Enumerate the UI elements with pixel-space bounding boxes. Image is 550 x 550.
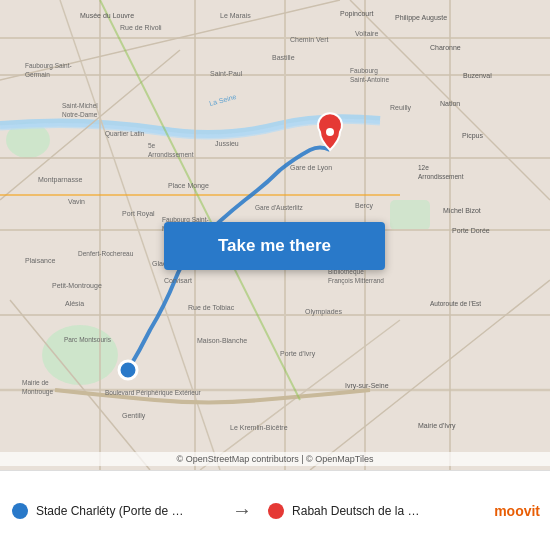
svg-text:Rue de Tolbiac: Rue de Tolbiac	[188, 304, 235, 311]
svg-text:Nation: Nation	[440, 100, 460, 107]
arrow-icon: →	[228, 499, 256, 522]
svg-text:Charonne: Charonne	[430, 44, 461, 51]
svg-text:Saint-Paul: Saint-Paul	[210, 70, 243, 77]
svg-text:12e: 12e	[418, 164, 429, 171]
svg-text:Mairie d'Ivry: Mairie d'Ivry	[418, 422, 456, 430]
svg-text:Alésia: Alésia	[65, 300, 84, 307]
svg-point-1	[42, 325, 118, 385]
svg-point-85	[326, 128, 334, 136]
svg-text:Parc Montsouris: Parc Montsouris	[64, 336, 112, 343]
svg-text:Port Royal: Port Royal	[122, 210, 155, 218]
svg-text:Boulevard Périphérique Extérie: Boulevard Périphérique Extérieur	[105, 389, 202, 397]
svg-text:Musée du Louvre: Musée du Louvre	[80, 12, 134, 19]
svg-text:Saint-Michel: Saint-Michel	[62, 102, 98, 109]
svg-text:Mairie de: Mairie de	[22, 379, 49, 386]
svg-rect-3	[390, 200, 430, 230]
svg-text:Maison-Blanche: Maison-Blanche	[197, 337, 247, 344]
svg-text:Montparnasse: Montparnasse	[38, 176, 82, 184]
svg-text:Picpus: Picpus	[462, 132, 484, 140]
svg-text:Faubourg: Faubourg	[350, 67, 378, 75]
svg-text:Vavin: Vavin	[68, 198, 85, 205]
svg-text:Denfert-Rochereau: Denfert-Rochereau	[78, 250, 134, 257]
svg-text:Germain: Germain	[25, 71, 50, 78]
svg-text:Le Marais: Le Marais	[220, 12, 251, 19]
svg-point-84	[119, 361, 137, 379]
svg-text:Gare d'Austerlitz: Gare d'Austerlitz	[255, 204, 304, 211]
svg-text:Chemin Vert: Chemin Vert	[290, 36, 329, 43]
svg-text:Jussieu: Jussieu	[215, 140, 239, 147]
svg-text:Quartier Latin: Quartier Latin	[105, 130, 145, 138]
svg-text:Arrondissement: Arrondissement	[418, 173, 464, 180]
map-credits: © OpenStreetMap contributors | © OpenMap…	[0, 452, 550, 466]
svg-text:Notre-Dame: Notre-Dame	[62, 111, 98, 118]
svg-text:Petit-Montrouge: Petit-Montrouge	[52, 282, 102, 290]
svg-text:Place Monge: Place Monge	[168, 182, 209, 190]
svg-text:Ivry-sur-Seine: Ivry-sur-Seine	[345, 382, 389, 390]
svg-text:Popincourt: Popincourt	[340, 10, 374, 18]
svg-text:Gare de Lyon: Gare de Lyon	[290, 164, 332, 172]
svg-text:Rue de Rivoli: Rue de Rivoli	[120, 24, 162, 31]
svg-text:Corvisart: Corvisart	[164, 277, 192, 284]
dest-station: Rabah Deutsch de la …	[256, 503, 484, 519]
svg-text:Saint-Antoine: Saint-Antoine	[350, 76, 389, 83]
svg-text:Voltaire: Voltaire	[355, 30, 378, 37]
svg-text:Michel Bizot: Michel Bizot	[443, 207, 481, 214]
svg-text:5e: 5e	[148, 142, 156, 149]
svg-text:Autoroute de l'Est: Autoroute de l'Est	[430, 300, 481, 307]
svg-text:Bastille: Bastille	[272, 54, 295, 61]
svg-text:Faubourg Saint-: Faubourg Saint-	[25, 62, 72, 70]
svg-text:Porte d'Ivry: Porte d'Ivry	[280, 350, 316, 358]
map-container: Rue de Rivoli Le Marais Popincourt Faubo…	[0, 0, 550, 470]
svg-text:Montrouge: Montrouge	[22, 388, 53, 396]
svg-text:Gentilly: Gentilly	[122, 412, 146, 420]
svg-text:Bercy: Bercy	[355, 202, 373, 210]
dest-station-name: Rabah Deutsch de la …	[292, 504, 419, 518]
svg-text:Plaisance: Plaisance	[25, 257, 55, 264]
svg-text:Le Kremlin-Bicêtre: Le Kremlin-Bicêtre	[230, 424, 288, 431]
svg-text:François Mitterrand: François Mitterrand	[328, 277, 384, 285]
svg-text:Buzenval: Buzenval	[463, 72, 492, 79]
dest-icon	[268, 503, 284, 519]
moovit-brand: moovit	[494, 503, 540, 519]
svg-text:Porte Dorée: Porte Dorée	[452, 227, 490, 234]
svg-text:Reuilly: Reuilly	[390, 104, 412, 112]
origin-station-name: Stade Charléty (Porte de …	[36, 504, 183, 518]
svg-text:Philippe Auguste: Philippe Auguste	[395, 14, 447, 22]
take-me-there-button[interactable]: Take me there	[164, 222, 385, 270]
svg-text:Olympiades: Olympiades	[305, 308, 342, 316]
svg-text:Arrondissement: Arrondissement	[148, 151, 194, 158]
origin-station: Stade Charléty (Porte de …	[0, 503, 228, 519]
bottom-bar: Stade Charléty (Porte de … → Rabah Deuts…	[0, 470, 550, 550]
origin-icon	[12, 503, 28, 519]
moovit-logo: moovit	[484, 503, 550, 519]
